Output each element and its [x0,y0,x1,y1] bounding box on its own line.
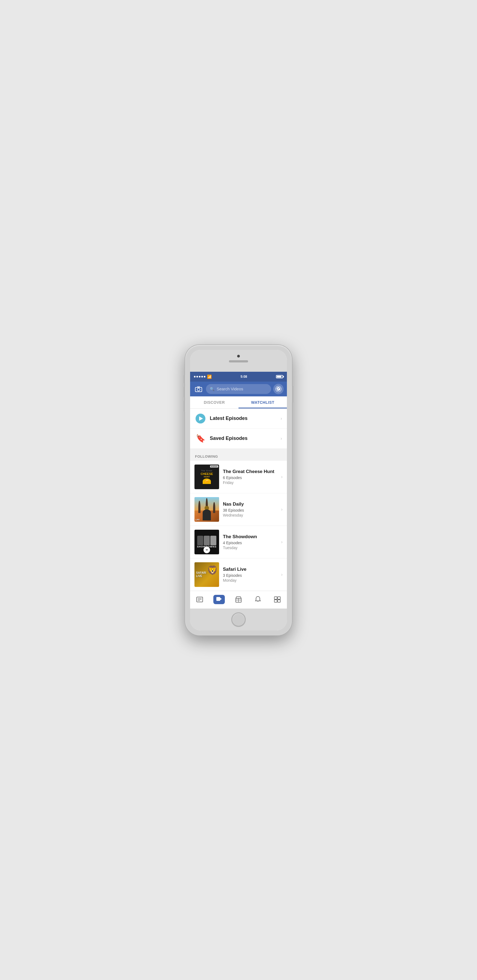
messenger-button[interactable] [273,384,284,394]
camera-button[interactable] [193,384,204,394]
news-icon [196,597,203,603]
tab-discover[interactable]: DISCOVER [190,396,239,409]
show-thumbnail-cheese-hunt: INSIDER The Great CHEESE HUNT 🧀 [195,465,219,489]
status-left: 📶 [194,374,212,379]
bottom-navigation [190,591,287,609]
wifi-icon: 📶 [207,374,212,379]
following-section: FOLLOWING INSIDER The Great CHEESE HUNT [190,450,287,591]
following-header: FOLLOWING [190,450,287,461]
svg-rect-14 [277,597,280,599]
nas-daily-day: Wednesday [223,513,281,517]
safari-live-day: Monday [223,578,281,582]
bookmark-icon: 🔖 [196,434,205,443]
svg-marker-9 [220,598,222,600]
svg-point-1 [197,388,200,391]
nav-marketplace[interactable] [229,594,248,605]
nav-menu[interactable] [268,594,287,605]
the-label: The Great [201,470,212,472]
person-3 [210,536,216,545]
svg-rect-8 [216,597,220,601]
lion-icon: 🦁 [207,565,218,576]
cheese-hunt-info: The Great Cheese Hunt 6 Episodes Friday [223,469,281,485]
latest-episodes-item[interactable]: Latest Episodes › [190,409,287,429]
cheese-hunt-thumb: INSIDER The Great CHEESE HUNT 🧀 [195,465,219,489]
search-bar[interactable]: 🔍 Search Videos [206,384,271,394]
cheese-emoji: 🧀 [205,479,209,483]
cheese-title: CHEESE [200,472,213,476]
insider-badge: INSIDER [210,465,218,468]
video-icon [216,597,222,601]
nas-daily-thumb: LIFE [195,497,219,522]
play-circle-icon [196,414,205,423]
top-bezel [190,350,287,372]
side-buttons-left [184,375,185,412]
nas-daily-title: Nas Daily [223,501,281,507]
front-camera [237,355,240,358]
signal-dot-5 [204,376,205,377]
volume-up-button[interactable] [184,387,185,398]
latest-icon-wrap [195,413,206,424]
content-area: Latest Episodes › 🔖 Saved Episodes › FOL… [190,409,287,591]
nas-person [203,509,211,520]
svg-rect-13 [274,597,277,599]
phone-screen-container: 📶 5:08 🔍 Search Videos [190,350,287,630]
video-nav-active-bg [213,595,225,604]
menu-icon [274,596,281,603]
cheese-graphic: 🧀 [203,479,211,484]
signal-dot-1 [194,376,196,377]
home-button[interactable] [231,612,246,627]
cheese-hunt-title: The Great Cheese Hunt [223,469,281,474]
showdown-thumb: SHOWDOWNS W [195,530,219,554]
volume-down-button[interactable] [184,401,185,412]
nav-video[interactable] [209,594,229,605]
show-item-safari-live[interactable]: safariLIVE 🦁 Safari Live 3 Episodes Mond… [190,558,287,591]
saved-chevron-icon: › [280,436,282,441]
saved-episodes-item[interactable]: 🔖 Saved Episodes › [190,429,287,449]
tab-watchlist[interactable]: WATCHLIST [239,396,287,409]
life-label: LIFE [196,519,200,521]
show-thumbnail-nas-daily: LIFE [195,497,219,522]
tree-3 [213,502,215,513]
camera-icon [195,386,202,392]
cheese-hunt-chevron: › [281,474,282,479]
speaker [229,360,248,363]
show-item-nas-daily[interactable]: LIFE Nas Daily 38 Episodes Wednesday › [190,493,287,526]
saved-episodes-label: Saved Episodes [210,436,280,441]
svg-rect-15 [274,600,277,602]
following-list: INSIDER The Great CHEESE HUNT 🧀 [190,461,287,591]
hunt-label: HUNT [204,476,210,478]
nas-daily-episodes: 38 Episodes [223,508,281,512]
show-item-showdown[interactable]: SHOWDOWNS W The Showdown 4 Episodes Tues… [190,526,287,558]
showdown-people [197,536,216,545]
nas-daily-info: Nas Daily 38 Episodes Wednesday [223,501,281,517]
status-bar: 📶 5:08 [190,372,287,382]
show-thumbnail-showdown: SHOWDOWNS W [195,530,219,554]
status-time: 5:08 [241,375,247,379]
showdown-info: The Showdown 4 Episodes Tuesday [223,534,281,550]
power-btn-shape [292,386,293,402]
search-icon: 🔍 [210,387,214,391]
person-1 [197,536,203,545]
latest-chevron-icon: › [280,416,282,421]
screen: 📶 5:08 🔍 Search Videos [190,372,287,609]
nav-notifications[interactable] [248,594,268,605]
person-2 [204,536,210,545]
cheese-hunt-day: Friday [223,480,281,485]
battery-icon [276,375,283,378]
bell-icon [255,596,261,603]
power-button[interactable] [292,386,293,402]
messenger-icon [276,386,281,392]
latest-episodes-label: Latest Episodes [210,415,280,421]
signal-dot-3 [199,376,200,377]
whistle-badge: W [203,547,210,553]
mute-button[interactable] [184,375,185,383]
nas-daily-chevron: › [281,507,282,512]
nav-news[interactable] [190,594,209,605]
showdown-chevron: › [281,539,282,544]
signal-dot-4 [201,376,203,377]
play-triangle-icon [199,416,203,421]
show-item-cheese-hunt[interactable]: INSIDER The Great CHEESE HUNT 🧀 [190,461,287,493]
phone-device: 📶 5:08 🔍 Search Videos [185,345,292,635]
show-thumbnail-safari-live: safariLIVE 🦁 [195,562,219,587]
saved-icon-wrap: 🔖 [195,433,206,444]
